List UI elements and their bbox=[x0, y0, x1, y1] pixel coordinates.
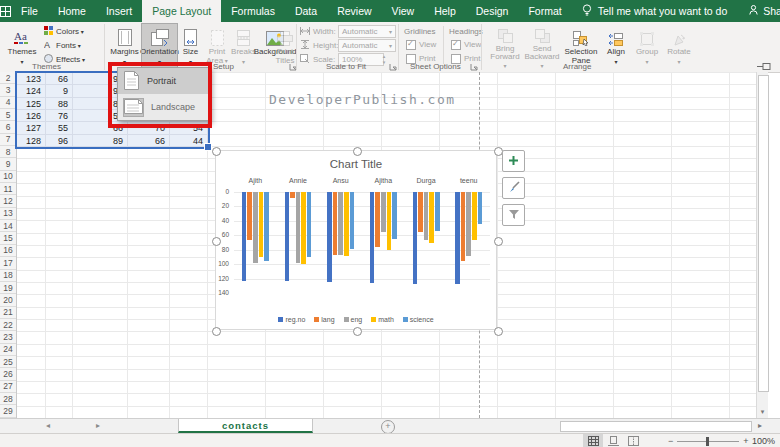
page-break-preview-button[interactable] bbox=[623, 434, 643, 447]
bar-science[interactable] bbox=[307, 192, 312, 257]
row-header-9[interactable]: 9 bbox=[0, 158, 16, 170]
bar-reg.no[interactable] bbox=[242, 192, 247, 281]
row-header-14[interactable]: 14 bbox=[0, 220, 16, 232]
sheet-nav-right-icon[interactable]: ▸ bbox=[96, 421, 100, 430]
cell[interactable]: 44 bbox=[170, 135, 208, 147]
row-header-25[interactable]: 25 bbox=[0, 356, 16, 368]
cell[interactable]: 127 bbox=[17, 122, 46, 134]
cell[interactable]: 128 bbox=[17, 135, 46, 147]
bar-reg.no[interactable] bbox=[370, 192, 375, 283]
row-header-7[interactable]: 7 bbox=[0, 134, 16, 146]
chart-styles-button[interactable] bbox=[502, 177, 525, 199]
bar-eng[interactable] bbox=[424, 192, 429, 240]
scroll-down-arrow-icon[interactable]: ▾ bbox=[757, 408, 768, 416]
legend-item-lang[interactable]: lang bbox=[314, 316, 334, 323]
chart-handle-bottom-left[interactable] bbox=[212, 327, 221, 336]
row-header-18[interactable]: 18 bbox=[0, 270, 16, 282]
bar-math[interactable] bbox=[387, 192, 392, 250]
cell[interactable]: 123 bbox=[17, 73, 46, 85]
bar-lang[interactable] bbox=[290, 192, 295, 198]
row-header-20[interactable]: 20 bbox=[0, 294, 16, 306]
bar-eng[interactable] bbox=[253, 192, 258, 263]
row-header-13[interactable]: 13 bbox=[0, 208, 16, 220]
bar-reg.no[interactable] bbox=[413, 192, 418, 284]
share-button[interactable]: Share bbox=[737, 0, 780, 22]
bar-math[interactable] bbox=[301, 192, 306, 264]
vertical-scrollbar-thumb[interactable] bbox=[758, 75, 769, 392]
row-header-24[interactable]: 24 bbox=[0, 344, 16, 356]
row-header-5[interactable]: 5 bbox=[0, 109, 16, 121]
bar-eng[interactable] bbox=[296, 192, 301, 263]
normal-view-button[interactable] bbox=[583, 434, 603, 447]
legend-item-science[interactable]: science bbox=[403, 316, 434, 323]
cell[interactable]: 66 bbox=[46, 73, 73, 85]
ribbon-tab-file[interactable]: File bbox=[11, 0, 48, 22]
cell[interactable]: 55 bbox=[46, 122, 73, 134]
cell[interactable]: 88 bbox=[46, 98, 73, 110]
bar-eng[interactable] bbox=[466, 192, 471, 256]
bar-science[interactable] bbox=[435, 192, 440, 231]
cell[interactable]: 9 bbox=[46, 85, 73, 97]
worksheet-grid[interactable]: 2345678910111213141516171819202122232425… bbox=[0, 72, 768, 418]
ribbon-tab-formulas[interactable]: Formulas bbox=[221, 0, 285, 22]
cell[interactable]: 96 bbox=[46, 135, 73, 147]
legend-item-math[interactable]: math bbox=[371, 316, 394, 323]
bar-science[interactable] bbox=[264, 192, 269, 261]
sheet-nav-left-icon[interactable]: ◂ bbox=[46, 421, 50, 430]
vertical-scrollbar[interactable]: ▾ bbox=[756, 72, 768, 418]
scroll-right-arrow-icon[interactable]: ▸ bbox=[758, 421, 762, 430]
chart-handle-bottom-middle[interactable] bbox=[353, 327, 362, 336]
ribbon-tab-format[interactable]: Format bbox=[518, 0, 571, 22]
zoom-out-icon[interactable]: − bbox=[668, 436, 673, 446]
row-header-29[interactable]: 29 bbox=[0, 405, 16, 417]
bar-math[interactable] bbox=[472, 192, 477, 240]
ribbon-tab-home[interactable]: Home bbox=[48, 0, 96, 22]
tell-me-box[interactable]: Tell me what you want to do bbox=[572, 0, 738, 22]
horizontal-scrollbar-thumb[interactable] bbox=[560, 421, 752, 432]
bar-eng[interactable] bbox=[381, 192, 386, 232]
cell[interactable]: 76 bbox=[46, 110, 73, 122]
bar-reg.no[interactable] bbox=[327, 192, 332, 282]
row-header-6[interactable]: 6 bbox=[0, 121, 16, 133]
row-header-15[interactable]: 15 bbox=[0, 232, 16, 244]
bar-science[interactable] bbox=[392, 192, 397, 239]
bar-lang[interactable] bbox=[418, 192, 423, 232]
chart-handle-top-left[interactable] bbox=[212, 147, 221, 156]
cell[interactable]: 125 bbox=[17, 98, 46, 110]
chart-title[interactable]: Chart Title bbox=[216, 158, 496, 170]
row-header-4[interactable]: 4 bbox=[0, 97, 16, 109]
row-header-8[interactable]: 8 bbox=[0, 146, 16, 158]
ribbon-tab-help[interactable]: Help bbox=[424, 0, 466, 22]
excel-app-icon[interactable] bbox=[0, 0, 11, 22]
chart-handle-bottom-right[interactable] bbox=[494, 327, 503, 336]
bar-reg.no[interactable] bbox=[285, 192, 290, 281]
row-header-21[interactable]: 21 bbox=[0, 307, 16, 319]
row-header-22[interactable]: 22 bbox=[0, 319, 16, 331]
page-layout-view-button[interactable] bbox=[603, 434, 623, 447]
bar-math[interactable] bbox=[429, 192, 434, 243]
chart-handle-middle-left[interactable] bbox=[212, 237, 221, 246]
fill-handle[interactable] bbox=[204, 143, 212, 151]
headings-view-checkbox[interactable]: View bbox=[451, 38, 481, 51]
new-sheet-button[interactable]: + bbox=[381, 420, 395, 434]
row-header-19[interactable]: 19 bbox=[0, 282, 16, 294]
row-header-23[interactable]: 23 bbox=[0, 331, 16, 343]
ribbon-tab-insert[interactable]: Insert bbox=[96, 0, 142, 22]
plot-area[interactable] bbox=[234, 192, 490, 293]
row-header-12[interactable]: 12 bbox=[0, 195, 16, 207]
chart-handle-top-middle[interactable] bbox=[353, 147, 362, 156]
chart-elements-button[interactable] bbox=[502, 150, 525, 172]
row-header-3[interactable]: 3 bbox=[0, 84, 16, 96]
ribbon-tab-review[interactable]: Review bbox=[327, 0, 381, 22]
cell[interactable]: 89 bbox=[73, 135, 128, 147]
chart-legend[interactable]: reg.nolangengmathscience bbox=[216, 316, 496, 323]
bar-science[interactable] bbox=[478, 192, 483, 224]
legend-item-eng[interactable]: eng bbox=[344, 316, 363, 323]
bar-reg.no[interactable] bbox=[455, 192, 460, 284]
legend-item-reg.no[interactable]: reg.no bbox=[278, 316, 305, 323]
fonts-button[interactable]: A Fonts bbox=[44, 39, 81, 52]
row-header-26[interactable]: 26 bbox=[0, 368, 16, 380]
sheet-tab-contacts[interactable]: contacts bbox=[178, 419, 313, 433]
ribbon-tab-page-layout[interactable]: Page Layout bbox=[142, 0, 221, 22]
zoom-level[interactable]: 100% bbox=[752, 434, 775, 447]
